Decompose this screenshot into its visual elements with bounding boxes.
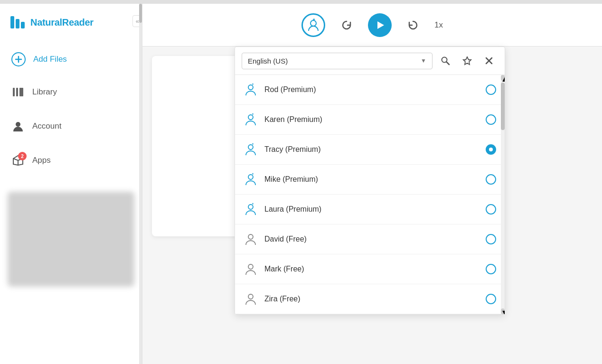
voice-radio[interactable] [486,264,496,274]
sidebar-item-account[interactable]: Account [0,109,142,143]
voice-item-zira[interactable]: Zira (Free) [235,284,505,314]
language-select[interactable]: English (US) ▼ [242,53,433,69]
voice-name: Mike (Premium) [264,175,479,184]
library-icon [11,85,25,99]
voice-item-karen[interactable]: Karen (Premium) [235,105,505,135]
voice-person-icon [244,232,258,246]
svg-point-8 [16,122,20,127]
svg-rect-6 [16,88,18,96]
app-logo: NaturalReader [9,13,94,31]
add-files-label: Add Files [33,55,67,64]
speed-control[interactable]: 1x [434,20,443,30]
voice-radio-selected[interactable] [486,144,496,155]
voice-selector-button[interactable] [301,13,325,37]
person-svg [244,262,257,276]
logo-area: NaturalReader [0,4,142,39]
scroll-top-arrow: ▲ [501,75,505,81]
voice-panel: English (US) ▼ [235,47,505,315]
svg-point-22 [248,175,253,179]
svg-marker-17 [252,83,254,85]
close-button[interactable] [480,52,498,70]
search-icon [441,56,450,65]
voice-radio[interactable] [486,114,496,125]
voice-radio[interactable] [486,204,496,215]
sidebar-nav: Add Files Library [0,39,142,182]
plus-circle-icon [11,52,26,66]
svg-rect-5 [13,88,15,96]
play-icon [375,20,385,30]
voice-name: Zira (Free) [264,295,479,303]
voice-person-star-icon [244,83,258,97]
voice-panel-header: English (US) ▼ [235,47,505,75]
voice-name: Laura (Premium) [264,205,479,214]
voice-item-tracy[interactable]: Tracy (Premium) [235,135,505,165]
svg-point-9 [310,20,316,26]
forward-button[interactable] [401,13,425,37]
svg-point-18 [248,115,253,120]
voice-item-rod[interactable]: Rod (Premium) [235,75,505,105]
svg-marker-23 [252,173,254,175]
svg-marker-25 [252,203,254,205]
library-svg [12,86,24,98]
voice-item-mark[interactable]: Mark (Free) [235,254,505,284]
voice-name: David (Free) [264,235,479,243]
close-icon [485,56,493,65]
voice-radio[interactable] [486,294,496,304]
apps-label: Apps [32,156,51,165]
svg-marker-21 [252,143,254,145]
pin-icon [462,56,472,65]
voice-item-mike[interactable]: Mike (Premium) [235,165,505,195]
rewind-button[interactable] [335,13,358,37]
person-svg [244,233,257,246]
forward-icon [407,19,419,31]
sidebar-item-apps[interactable]: 2 Apps [0,143,142,177]
scroll-bottom-arrow: ▼ [501,308,505,314]
person-star-svg [244,143,257,156]
voice-name: Karen (Premium) [264,115,479,124]
main-content: 1x English (US) ▼ [142,4,602,364]
dropdown-arrow-icon: ▼ [421,57,426,64]
account-label: Account [32,121,61,131]
apps-icon-container: 2 [11,154,25,167]
svg-point-24 [248,205,253,209]
svg-point-26 [248,234,253,239]
person-star-svg [244,203,257,216]
sidebar-item-add-files[interactable]: Add Files [0,44,142,75]
voice-person-star-icon [244,142,258,157]
toolbar: 1x [142,4,602,47]
app-name: NaturalReader [30,17,94,28]
sidebar-preview [8,192,134,287]
sidebar-scroll-thumb [139,4,142,23]
svg-rect-2 [21,22,25,28]
svg-point-27 [248,264,253,269]
sidebar-item-library[interactable]: Library [0,75,142,109]
logo-svg [9,13,28,31]
rewind-icon [340,19,353,31]
sidebar-scrollbar[interactable] [139,4,142,364]
voice-list-scrollbar[interactable]: ▲ ▼ [501,75,505,314]
svg-rect-1 [16,19,19,28]
person-star-svg [244,113,257,126]
apps-badge: 2 [18,152,27,160]
voice-item-david[interactable]: David (Free) [235,224,505,254]
person-star-svg [244,83,257,96]
voice-scroll-thumb [501,83,505,130]
svg-marker-11 [377,21,384,29]
voice-radio[interactable] [486,234,496,244]
voice-name: Rod (Premium) [264,85,479,94]
voice-radio[interactable] [486,174,496,185]
search-button[interactable] [436,52,454,70]
person-star-svg [244,173,257,186]
pin-button[interactable] [458,52,476,70]
play-button[interactable] [368,13,392,37]
user-star-icon [306,18,321,33]
svg-rect-7 [19,88,23,96]
plus-icon [15,56,22,63]
voice-item-laura[interactable]: Laura (Premium) [235,195,505,224]
svg-point-16 [248,85,253,90]
voice-name: Mark (Free) [264,265,479,273]
svg-rect-0 [10,16,14,28]
voice-name: Tracy (Premium) [264,145,479,154]
voice-person-star-icon [244,202,258,216]
voice-radio[interactable] [486,84,496,95]
